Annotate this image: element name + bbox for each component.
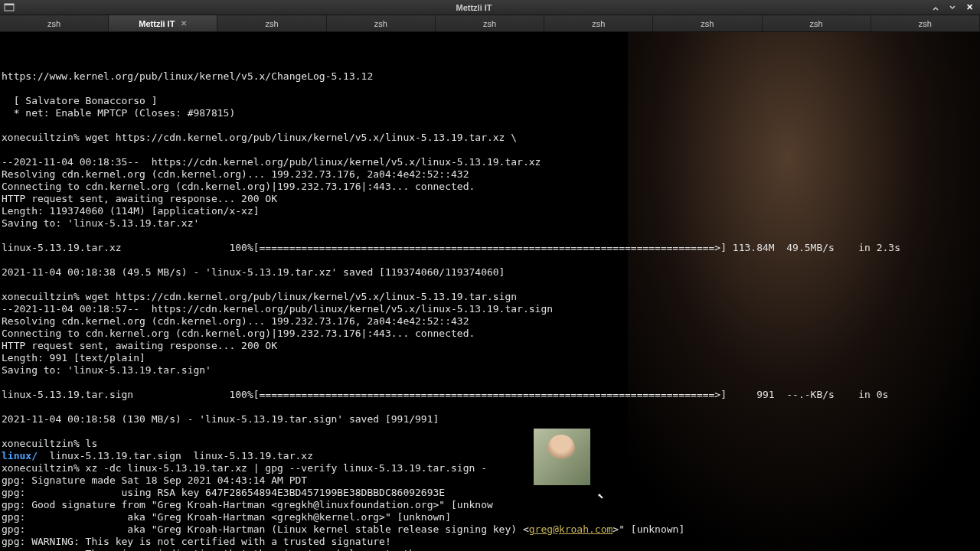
terminal-line: gpg: aka "Greg Kroah-Hartman (Linux kern… bbox=[2, 523, 978, 536]
app-icon bbox=[0, 2, 18, 13]
terminal-line: [ Salvatore Bonaccorso ] bbox=[2, 95, 978, 107]
terminal-line: HTTP request sent, awaiting response... … bbox=[2, 193, 978, 205]
terminal-line: Resolving cdn.kernel.org (cdn.kernel.org… bbox=[2, 168, 978, 181]
terminal-line: 2021-11-04 00:18:58 (130 MB/s) - 'linux-… bbox=[2, 413, 978, 425]
terminal-line: linux-5.13.19.tar.sign 100%[============… bbox=[2, 389, 978, 401]
terminal-line: xonecuiltzin% ls bbox=[2, 438, 978, 450]
close-button[interactable]: ✕ bbox=[963, 2, 975, 13]
terminal-line: gpg: There is no indication that the sig… bbox=[2, 548, 978, 551]
terminal-line: linux-5.13.19.tar.xz 100%[==============… bbox=[2, 242, 978, 254]
terminal-line: Length: 119374060 (114M) [application/x-… bbox=[2, 205, 978, 217]
terminal-line: Connecting to cdn.kernel.org (cdn.kernel… bbox=[2, 181, 978, 193]
minimize-button[interactable] bbox=[929, 2, 942, 13]
terminal-line: Resolving cdn.kernel.org (cdn.kernel.org… bbox=[2, 315, 978, 328]
tab-zsh-8[interactable]: zsh bbox=[871, 15, 980, 31]
terminal-line: 2021-11-04 00:18:38 (49.5 MB/s) - 'linux… bbox=[2, 266, 978, 279]
terminal-line bbox=[2, 425, 978, 438]
terminal-line: HTTP request sent, awaiting response... … bbox=[2, 340, 978, 352]
terminal-line bbox=[2, 83, 978, 95]
terminal-line: linux/ linux-5.13.19.tar.sign linux-5.13… bbox=[2, 450, 978, 462]
terminal-line: Saving to: 'linux-5.13.19.tar.sign' bbox=[2, 364, 978, 377]
terminal-line: * net: Enable MPTCP (Closes: #987815) bbox=[2, 107, 978, 119]
terminal-line: gpg: using RSA key 647F28654894E3BD45719… bbox=[2, 487, 978, 499]
window-title: Mettzli IT bbox=[18, 3, 929, 12]
terminal-line: gpg: Good signature from "Greg Kroah-Har… bbox=[2, 499, 978, 511]
titlebar: Mettzli IT ✕ bbox=[0, 0, 980, 15]
terminal-line bbox=[2, 119, 978, 132]
svg-rect-1 bbox=[5, 4, 14, 5]
terminal-line: https://www.kernel.org/pub/linux/kernel/… bbox=[2, 70, 978, 83]
terminal-line bbox=[2, 144, 978, 156]
terminal-line bbox=[2, 254, 978, 266]
maximize-button[interactable] bbox=[946, 2, 959, 13]
tab-zsh-6[interactable]: zsh bbox=[653, 15, 762, 31]
terminal-line bbox=[2, 401, 978, 413]
terminal-line: xonecuiltzin% wget https://cdn.kernel.or… bbox=[2, 291, 978, 303]
tab-zsh-4[interactable]: zsh bbox=[436, 15, 544, 31]
terminal-viewport[interactable]: https://www.kernel.org/pub/linux/kernel/… bbox=[0, 32, 980, 551]
terminal-line: xonecuiltzin% wget https://cdn.kernel.or… bbox=[2, 132, 978, 144]
terminal-line bbox=[2, 377, 978, 389]
tab-close-icon[interactable]: ✕ bbox=[181, 19, 187, 28]
terminal-line: gpg: Signature made Sat 18 Sep 2021 04:4… bbox=[2, 474, 978, 487]
mouse-cursor-icon: ⬉ bbox=[597, 490, 603, 502]
terminal-line: Connecting to cdn.kernel.org (cdn.kernel… bbox=[2, 328, 978, 340]
tab-zsh-0[interactable]: zsh bbox=[0, 15, 109, 31]
terminal-line: Length: 991 [text/plain] bbox=[2, 352, 978, 364]
tab-zsh-3[interactable]: zsh bbox=[327, 15, 436, 31]
tab-bar: zsh Mettzli IT✕ zsh zsh zsh zsh zsh zsh … bbox=[0, 15, 980, 32]
tab-zsh-7[interactable]: zsh bbox=[763, 15, 871, 31]
terminal-line: gpg: WARNING: This key is not certified … bbox=[2, 536, 978, 548]
tab-active[interactable]: Mettzli IT✕ bbox=[109, 15, 217, 31]
terminal-line: --2021-11-04 00:18:57-- https://cdn.kern… bbox=[2, 303, 978, 315]
terminal-line: gpg: aka "Greg Kroah-Hartman <gregkh@ker… bbox=[2, 511, 978, 523]
terminal-line: xonecuiltzin% xz -dc linux-5.13.19.tar.x… bbox=[2, 462, 978, 474]
terminal-line: Saving to: 'linux-5.13.19.tar.xz' bbox=[2, 217, 978, 230]
tab-zsh-5[interactable]: zsh bbox=[544, 15, 653, 31]
terminal-line bbox=[2, 279, 978, 291]
terminal-line bbox=[2, 230, 978, 242]
terminal-line: --2021-11-04 00:18:35-- https://cdn.kern… bbox=[2, 156, 978, 168]
photo-thumbnail bbox=[532, 427, 592, 487]
tab-zsh-2[interactable]: zsh bbox=[217, 15, 326, 31]
